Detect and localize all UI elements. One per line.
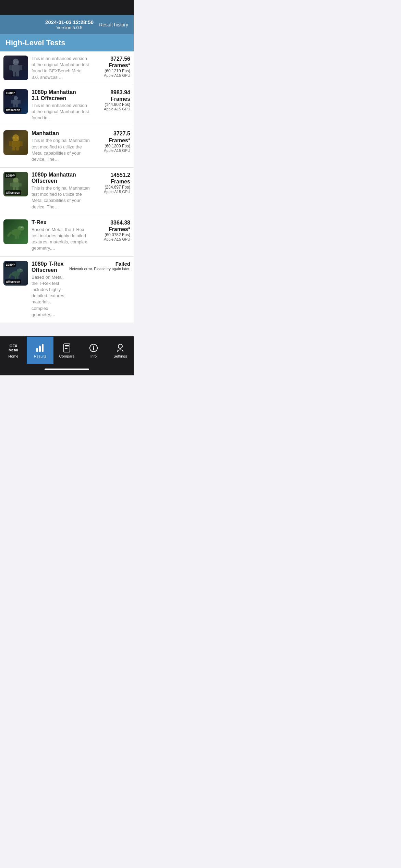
test-desc-manhattan: This is the original Manhattan test modi… <box>32 137 90 162</box>
settings-icon <box>116 343 125 353</box>
result-gpu-1080p-offscreen: Apple A15 GPU <box>93 107 130 111</box>
result-history-button[interactable]: Result history <box>99 22 128 27</box>
test-name-1080p-manhattan: 1080p Manhattan Offscreen <box>32 172 90 184</box>
result-gpu-partial: Apple A15 GPU <box>93 73 130 77</box>
test-content-partial: This is an enhanced version of the origi… <box>32 56 90 81</box>
test-content-trex-1080p: 1080p T-Rex Offscreen Based on Metal, th… <box>32 261 66 318</box>
home-indicator <box>0 364 134 375</box>
section-title-bar: High-Level Tests <box>0 34 134 51</box>
svg-rect-45 <box>65 347 69 347</box>
result-frames-1080p-offscreen: 8983.94Frames <box>93 89 130 102</box>
svg-rect-23 <box>12 182 19 187</box>
result-fps-1080p-offscreen: (144.902 Fps) <box>93 102 130 107</box>
svg-rect-18 <box>12 147 15 150</box>
test-list: This is an enhanced version of the origi… <box>0 51 134 323</box>
svg-rect-31 <box>17 235 19 239</box>
nav-label-settings: Settings <box>113 354 127 358</box>
result-fps-manhattan: (60.1209 Fps) <box>93 144 130 148</box>
svg-rect-41 <box>42 344 44 352</box>
svg-point-22 <box>13 178 19 183</box>
nav-item-settings[interactable]: Settings <box>107 337 134 364</box>
gfx-logo: GFXMetal <box>9 344 18 352</box>
test-desc-trex-1080p: Based on Metal, the T-Rex test includes … <box>32 274 66 318</box>
svg-rect-44 <box>65 345 69 346</box>
svg-rect-3 <box>20 65 22 70</box>
test-name-1080p-offscreen: 1080p Manhattan3.1 Offscreen <box>32 89 90 101</box>
svg-rect-1 <box>12 65 20 72</box>
bottom-nav: GFXMetal Home Results Compare <box>0 336 134 364</box>
info-icon <box>89 343 98 353</box>
svg-rect-36 <box>15 276 16 279</box>
result-gpu-manhattan: Apple A15 GPU <box>93 148 130 153</box>
svg-point-6 <box>14 61 15 63</box>
svg-rect-26 <box>13 187 15 190</box>
test-thumb-1080p-offscreen: 1080P Offscreen <box>3 89 28 114</box>
header-center: 2024-01-03 12:28:50 Version 5.0.5 <box>40 19 99 30</box>
badge-offscreen-2: Offscreen <box>5 190 21 195</box>
header-datetime: 2024-01-03 12:28:50 <box>40 19 99 25</box>
test-result-trex: 3364.38Frames* (60.0782 Fps) Apple A15 G… <box>93 219 130 241</box>
svg-point-21 <box>17 137 19 139</box>
badge-1080p: 1080P <box>5 91 16 95</box>
badge-offscreen: Offscreen <box>5 108 21 112</box>
test-item-manhattan[interactable]: Manhattan This is the original Manhattan… <box>0 126 134 168</box>
test-thumb-trex <box>3 219 28 244</box>
svg-rect-49 <box>93 347 94 350</box>
svg-rect-17 <box>20 141 23 146</box>
svg-rect-39 <box>36 348 38 352</box>
svg-rect-40 <box>39 346 41 352</box>
svg-rect-12 <box>13 105 15 107</box>
result-fps-partial: (60.1219 Fps) <box>93 69 130 73</box>
result-frames-manhattan: 3727.5Frames* <box>93 130 130 143</box>
status-bar <box>0 0 134 15</box>
result-frames-1080p-manhattan: 14551.2Frames <box>93 172 130 185</box>
result-gpu-trex: Apple A15 GPU <box>93 237 130 241</box>
nav-item-compare[interactable]: Compare <box>53 337 80 364</box>
svg-rect-42 <box>39 346 40 347</box>
test-content-1080p-offscreen: 1080p Manhattan3.1 Offscreen This is an … <box>32 89 90 122</box>
svg-rect-24 <box>10 183 13 186</box>
result-fps-trex: (60.0782 Fps) <box>93 232 130 237</box>
test-desc-partial: This is an enhanced version of the origi… <box>32 56 90 81</box>
test-item-manhattan-1080p-offscreen[interactable]: 1080P Offscreen 1080p Manhattan3.1 Offsc… <box>0 85 134 126</box>
nav-item-info[interactable]: Info <box>80 337 107 364</box>
nav-label-compare: Compare <box>59 354 74 358</box>
svg-rect-25 <box>19 183 22 186</box>
test-desc-trex: Based on Metal, the T-Rex test includes … <box>32 227 90 252</box>
result-frames-trex: 3364.38Frames* <box>93 219 130 232</box>
test-result-1080p-manhattan: 14551.2Frames (234.697 Fps) Apple A15 GP… <box>93 172 130 194</box>
nav-label-home: Home <box>8 354 18 358</box>
test-desc-1080p-offscreen: This is an enhanced version of the origi… <box>32 103 90 121</box>
svg-rect-5 <box>16 72 19 76</box>
test-result-partial: 3727.56Frames* (60.1219 Fps) Apple A15 G… <box>93 56 130 77</box>
svg-rect-46 <box>65 348 68 349</box>
home-icon: GFXMetal <box>9 343 18 353</box>
test-content-trex: T-Rex Based on Metal, the T-Rex test inc… <box>32 219 90 252</box>
svg-rect-30 <box>15 235 17 239</box>
svg-point-0 <box>13 59 19 65</box>
nav-item-results[interactable]: Results <box>27 337 53 364</box>
home-bar <box>45 369 89 370</box>
compare-icon <box>62 343 72 353</box>
svg-rect-19 <box>16 147 19 150</box>
svg-rect-15 <box>12 141 20 147</box>
test-result-trex-1080p: Failed Network error. Please try again l… <box>69 261 130 271</box>
nav-label-results: Results <box>34 354 47 358</box>
test-content-1080p-manhattan: 1080p Manhattan Offscreen This is the or… <box>32 172 90 211</box>
test-thumb-manhattan-partial <box>3 56 28 80</box>
test-item-trex-1080p-offscreen[interactable]: 1080P Offscreen 1080p T-Rex Offscreen Ba… <box>0 257 134 323</box>
header-version: Version 5.0.5 <box>40 25 99 30</box>
result-frames-partial: 3727.56Frames* <box>93 56 130 69</box>
test-thumb-1080p-manhattan: 1080P Offscreen <box>3 172 28 196</box>
nav-item-home[interactable]: GFXMetal Home <box>0 337 27 364</box>
svg-point-48 <box>93 346 94 347</box>
test-name-manhattan: Manhattan <box>32 130 90 136</box>
svg-point-50 <box>118 344 122 348</box>
test-item-1080p-manhattan-offscreen[interactable]: 1080P Offscreen 1080p Manhattan Offscree… <box>0 168 134 215</box>
test-item-manhattan-partial[interactable]: This is an enhanced version of the origi… <box>0 51 134 85</box>
test-item-trex[interactable]: T-Rex Based on Metal, the T-Rex test inc… <box>0 215 134 257</box>
test-name-trex: T-Rex <box>32 219 90 226</box>
svg-rect-37 <box>17 276 19 279</box>
spacer <box>0 323 134 336</box>
header: 2024-01-03 12:28:50 Version 5.0.5 Result… <box>0 15 134 34</box>
